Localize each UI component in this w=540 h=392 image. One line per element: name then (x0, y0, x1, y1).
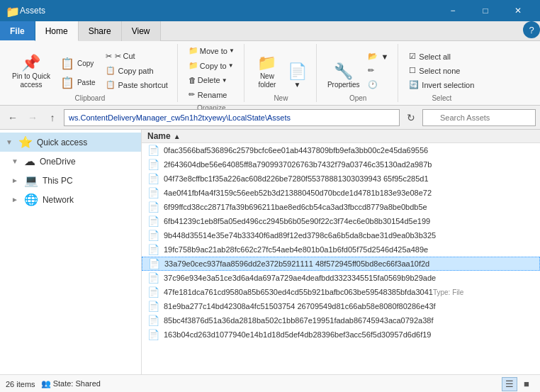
new-item-button[interactable]: 📄 ▼ (284, 62, 310, 91)
invert-selection-button[interactable]: 🔄 Invert selection (405, 78, 478, 91)
file-icon: 📄 (147, 286, 159, 298)
state-text: State: (53, 379, 76, 388)
history-icon: 🕐 (368, 80, 378, 89)
table-row[interactable]: 📄0fac3566baf536896c2579bcfc6ee01ab443780… (142, 143, 540, 157)
file-icon: 📄 (147, 145, 159, 156)
onedrive-label: OneDrive (40, 157, 76, 167)
quick-access-expand-icon: ▼ (6, 138, 13, 146)
delete-button[interactable]: 🗑 Delete ▼ (185, 74, 238, 86)
forward-button[interactable]: → (24, 109, 41, 126)
paste-button[interactable]: 📋 Paste (55, 74, 101, 91)
this-pc-expand-icon: ► (11, 177, 18, 184)
tab-view[interactable]: View (122, 21, 161, 41)
table-row[interactable]: 📄33a79e0cec937faa8596dd2e372b5921111 48f… (142, 257, 540, 271)
file-name: 4ae0f41fbf4a4f3159c56eeb52b3d213880450d7… (164, 189, 432, 197)
tab-home[interactable]: Home (35, 21, 79, 41)
select-none-icon: ☐ (409, 66, 416, 75)
minimize-button[interactable]: − (437, 0, 469, 21)
copy-path-button[interactable]: 📋 Copy path (102, 64, 171, 77)
cut-button[interactable]: ✂ ✂ Cut (102, 50, 171, 63)
file-icon: 📄 (147, 329, 159, 340)
address-input[interactable] (64, 109, 400, 126)
properties-label: Properties (327, 81, 360, 89)
back-button[interactable]: ← (4, 109, 21, 126)
tab-file[interactable]: File (0, 21, 35, 41)
status-bar: 26 items 👥 State: Shared ☰ ■ (0, 374, 540, 392)
table-row[interactable]: 📄19fc758b9ac21ab28fc662c27fc54aeb4e801b0… (142, 242, 540, 257)
title-bar-controls: − □ ✕ (437, 0, 534, 21)
table-row[interactable]: 📄4ae0f41fbf4a4f3159c56eeb52b3d213880450d… (142, 186, 540, 200)
sidebar-section: ▼ ⭐ Quick access ▼ ☁ OneDrive ► 💻 This P… (0, 130, 141, 212)
state-icon: 👥 (41, 379, 51, 388)
name-column-header: Name (147, 131, 171, 141)
file-name: 33a79e0cec937faa8596dd2e372b5921111 48f5… (164, 259, 429, 268)
table-row[interactable]: 📄2f643604dbe56e64085ff8a7909937026763b74… (142, 157, 540, 172)
select-label: Select (432, 93, 451, 102)
sidebar-item-quick-access[interactable]: ▼ ⭐ Quick access (0, 133, 141, 152)
status-right: ☰ ■ (502, 377, 534, 391)
table-row[interactable]: 📄85bc4f3876d51a36da2818ba502c1bb867e1995… (142, 313, 540, 327)
move-to-button[interactable]: 📁 Move to ▼ (185, 44, 238, 57)
network-expand-icon: ► (11, 196, 18, 203)
paste-shortcut-button[interactable]: 📋 Paste shortcut (102, 78, 171, 91)
help-button[interactable]: ? (523, 21, 540, 38)
paste-label: Paste (77, 79, 96, 87)
maximize-button[interactable]: □ (469, 0, 502, 21)
open-icon: 📂 (368, 52, 378, 61)
search-input[interactable] (422, 109, 536, 126)
quick-access-icon: ⭐ (18, 135, 33, 149)
details-view-button[interactable]: ☰ (502, 377, 517, 391)
table-row[interactable]: 📄37c96e934e3a51ce3d6a4da697a729ae4deafbd… (142, 271, 540, 285)
properties-button[interactable]: 🔧 Properties (324, 62, 364, 91)
file-icon: 📄 (147, 201, 159, 213)
file-icon: 📄 (147, 173, 159, 184)
tab-share[interactable]: Share (79, 21, 122, 41)
table-row[interactable]: 📄81e9ba277c14bd42308a4fc51503754 2670954… (142, 299, 540, 313)
copy-button[interactable]: 📋 Copy (55, 55, 101, 72)
file-type-tooltip: Type: File (433, 289, 463, 296)
file-list-header[interactable]: Name ▲ (142, 130, 540, 143)
file-name: 2f643604dbe56e64085ff8a7909937026763b743… (164, 160, 432, 169)
file-list: Name ▲ 📄0fac3566baf536896c2579bcfc6ee01a… (142, 130, 540, 374)
large-icons-view-button[interactable]: ■ (519, 377, 534, 391)
select-options: ☑ Select all ☐ Select none 🔄 Invert sele… (405, 50, 478, 91)
up-button[interactable]: ↑ (44, 109, 61, 126)
file-name: 04f73e8cffbc1f35a226ac608d226be7280f5537… (164, 174, 429, 183)
file-name: 37c96e934e3a51ce3d6a4da697a729ae4deafbdd… (164, 274, 436, 282)
file-icon: 📄 (147, 315, 159, 326)
select-all-button[interactable]: ☑ Select all (405, 50, 478, 63)
quick-access-label: Quick access (37, 138, 87, 147)
rename-button[interactable]: ✏ Rename (185, 88, 238, 101)
table-row[interactable]: 📄04f73e8cffbc1f35a226ac608d226be7280f553… (142, 172, 540, 186)
open-dropdown-button[interactable]: 📂 ▼ (364, 50, 392, 63)
item-count: 26 items (6, 380, 35, 388)
table-row[interactable]: 📄6fb41239c1eb8f5a05ed496cc2945b6b05e90f2… (142, 214, 540, 228)
pin-quick-access-label: Pin to Quickaccess (12, 72, 50, 89)
new-item-icon: 📄 (288, 64, 307, 79)
new-folder-label: Newfolder (258, 72, 276, 89)
history-button[interactable]: 🕐 (364, 78, 392, 91)
table-row[interactable]: 📄9b448d35514e35e74b33340f6ad89f12ed3798c… (142, 228, 540, 242)
copy-to-button[interactable]: 📁 Copy to ▼ (185, 59, 238, 72)
invert-selection-icon: 🔄 (409, 80, 419, 89)
table-row[interactable]: 📄163b04cd263d1077940e14b1d18d5def4db2839… (142, 327, 540, 342)
copy-to-dropdown-arrow: ▼ (228, 62, 234, 69)
open-group: 🔧 Properties 📂 ▼ ✏ 🕐 Open (318, 44, 398, 102)
rename-icon: ✏ (189, 90, 195, 99)
file-name: 85bc4f3876d51a36da2818ba502c1bb867e19951… (164, 316, 434, 325)
edit-button[interactable]: ✏ (364, 64, 392, 77)
close-button[interactable]: ✕ (502, 0, 534, 21)
address-bar: ← → ↑ ↻ 🔍 (0, 106, 540, 130)
refresh-button[interactable]: ↻ (403, 109, 420, 126)
organize-group: 📁 Move to ▼ 📁 Copy to ▼ 🗑 Delete ▼ (179, 44, 244, 102)
sidebar-item-onedrive[interactable]: ▼ ☁ OneDrive (0, 152, 141, 171)
pin-quick-access-button[interactable]: 📌 Pin to Quickaccess (9, 53, 54, 91)
table-row[interactable]: 📄6f99ffcd38cc28717fa39b696211bae8ed6cb54… (142, 200, 540, 214)
delete-icon: 🗑 (189, 76, 196, 84)
select-none-button[interactable]: ☐ Select none (405, 64, 478, 77)
pin-icon: 📌 (21, 55, 40, 71)
table-row[interactable]: 📄47fe181dca761cd9580a85b6530ed4cd55b921b… (142, 285, 540, 299)
sidebar-item-network[interactable]: ► 🌐 Network (0, 190, 141, 209)
new-folder-button[interactable]: 📁 Newfolder (252, 53, 283, 91)
sidebar-item-this-pc[interactable]: ► 💻 This PC (0, 171, 141, 190)
